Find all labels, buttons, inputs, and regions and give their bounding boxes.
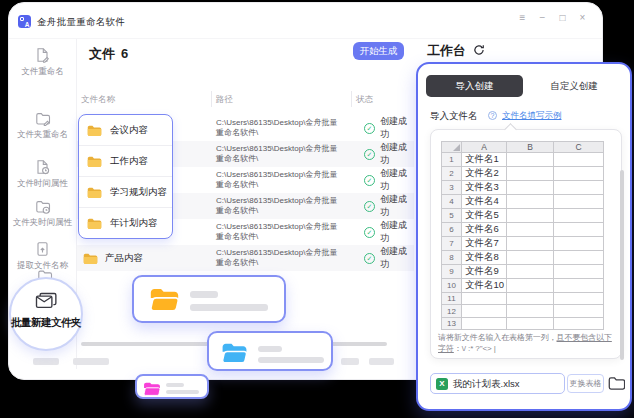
help-icon[interactable]: ? [488, 111, 497, 120]
sheet-row-number: 7 [442, 237, 462, 251]
sidebar-item-label: 文件夹时间属性 [13, 217, 73, 229]
folder-name: 年计划内容 [110, 217, 158, 230]
sheet-cell: 文件名1 [462, 153, 507, 167]
sheet-row-number: 13 [442, 317, 462, 329]
selected-table-name: 我的计划表.xlsx [453, 374, 520, 393]
open-folder-icon [149, 286, 180, 316]
callout-folder-item[interactable]: 工作内容 [79, 145, 172, 176]
titlebar: A 金舟批量重命名软件 ≡ − □ × [9, 3, 602, 37]
sheet-cell [507, 317, 554, 329]
sheet-row-number: 4 [442, 195, 462, 209]
sheet-cell: 文件名4 [462, 195, 507, 209]
workbench-title: 工作台 [427, 42, 466, 60]
file-path: C:\Users\86135\Desktop\金舟批量重命名软件\ [216, 248, 356, 268]
folder-icon [87, 186, 102, 199]
menu-icon[interactable]: ≡ [517, 12, 528, 23]
browse-folder-icon[interactable] [608, 376, 625, 395]
sheet-cell [507, 279, 554, 293]
panel-vertical-scrollbar[interactable] [620, 170, 624, 360]
page-title: 文件6 [89, 45, 128, 63]
file-path: C:\Users\86135\Desktop\金舟批量重命名软件\ [216, 222, 356, 242]
change-table-button[interactable]: 更换表格 [567, 374, 604, 393]
col-header-path: 路径 [216, 94, 233, 106]
folder-icon [87, 155, 102, 168]
close-icon[interactable]: × [577, 12, 588, 23]
sheet-cell [507, 153, 554, 167]
file-path: C:\Users\86135\Desktop\金舟批量重命名软件\ [216, 196, 356, 216]
sheet-cell: 文件名5 [462, 209, 507, 223]
minimize-icon[interactable]: − [537, 12, 548, 23]
sidebar-item-folder-rename[interactable]: 文件夹重命名 [9, 111, 76, 141]
app-title: 金舟批量重命名软件 [37, 16, 125, 29]
sheet-row-number: 3 [442, 181, 462, 195]
folder-icon [87, 217, 102, 230]
filename-example-link[interactable]: 文件名填写示例 [502, 110, 562, 122]
table-row[interactable]: 产品内容C:\Users\86135\Desktop\金舟批量重命名软件\✓创建… [77, 245, 414, 271]
skeleton-bar [73, 358, 109, 365]
sheet-cell [554, 181, 604, 195]
sheet-row-number: 6 [442, 223, 462, 237]
sidebar-item-file-time[interactable]: 文件时间属性 [9, 159, 76, 190]
folder-icon [83, 252, 98, 265]
workbench-panel: 导入创建 自定义创建 导入文件名 ? 文件名填写示例 ABC1文件名12文件名2… [416, 62, 632, 411]
sheet-cell: 文件名3 [462, 181, 507, 195]
sheet-cell [462, 293, 507, 305]
sidebar-item-folder-time[interactable]: 文件夹时间属性 [9, 199, 76, 229]
folder-name: 学习规划内容 [110, 186, 167, 199]
sheet-corner-cell [442, 142, 461, 152]
callout-folder-item[interactable]: 学习规划内容 [79, 176, 172, 207]
sheet-column-header: B [507, 142, 554, 153]
folder-names-callout: 会议内容工作内容学习规划内容年计划内容 [78, 114, 173, 239]
folder-time-icon [35, 199, 51, 214]
file-path: C:\Users\86135\Desktop\金舟批量重命名软件\ [216, 144, 356, 164]
sheet-cell [554, 279, 604, 293]
success-check-icon: ✓ [364, 201, 375, 212]
sheet-cell [462, 317, 507, 329]
selected-table-field[interactable]: X 我的计划表.xlsx [430, 373, 565, 394]
tab-custom-create[interactable]: 自定义创建 [523, 75, 625, 97]
folder-card-yellow [132, 275, 286, 323]
file-name: 产品内容 [105, 252, 143, 265]
status-text: 创建成功 [380, 141, 414, 167]
sheet-cell [554, 317, 604, 329]
sheet-cell: 文件名9 [462, 265, 507, 279]
sheet-row-number: 11 [442, 293, 462, 305]
sidebar-item-extract-filename[interactable]: 提取文件名称 [9, 241, 76, 272]
sheet-cell [507, 209, 554, 223]
status-text: 创建成功 [380, 167, 414, 193]
generate-button[interactable]: 开始生成 [353, 42, 404, 60]
sheet-cell [507, 265, 554, 279]
sheet-cell [554, 195, 604, 209]
callout-folder-item[interactable]: 年计划内容 [79, 207, 172, 238]
sheet-cell [554, 209, 604, 223]
file-time-icon [35, 159, 50, 175]
maximize-icon[interactable]: □ [557, 12, 568, 23]
callout-folder-item[interactable]: 会议内容 [79, 115, 172, 145]
file-count: 6 [121, 46, 128, 61]
folder-rename-icon [35, 111, 51, 126]
column-separator [351, 91, 352, 107]
open-folder-icon [221, 341, 248, 368]
sheet-row-number: 2 [442, 167, 462, 181]
sheet-cell [507, 223, 554, 237]
sheet-cell [554, 223, 604, 237]
envelope-stack-icon [35, 297, 57, 314]
sheet-cell [554, 237, 604, 251]
success-check-icon: ✓ [364, 123, 375, 134]
tab-import-create[interactable]: 导入创建 [426, 75, 523, 97]
sheet-cell [462, 305, 507, 317]
sidebar-item-file-rename[interactable]: 文件重命名 [9, 47, 76, 78]
sheet-row-number: 5 [442, 209, 462, 223]
app-logo-icon: A [18, 15, 31, 28]
file-rename-icon [35, 47, 50, 63]
sheet-cell [554, 153, 604, 167]
sheet-cell [554, 251, 604, 265]
sheet-cell [507, 251, 554, 265]
refresh-icon[interactable] [473, 42, 485, 60]
sheet-cell: 文件名10 [462, 279, 507, 293]
col-header-status: 状态 [356, 94, 373, 106]
sheet-cell: 文件名8 [462, 251, 507, 265]
sheet-column-header: C [554, 142, 604, 153]
folder-name: 工作内容 [110, 155, 148, 168]
sidebar-item-label: 文件时间属性 [17, 178, 68, 190]
